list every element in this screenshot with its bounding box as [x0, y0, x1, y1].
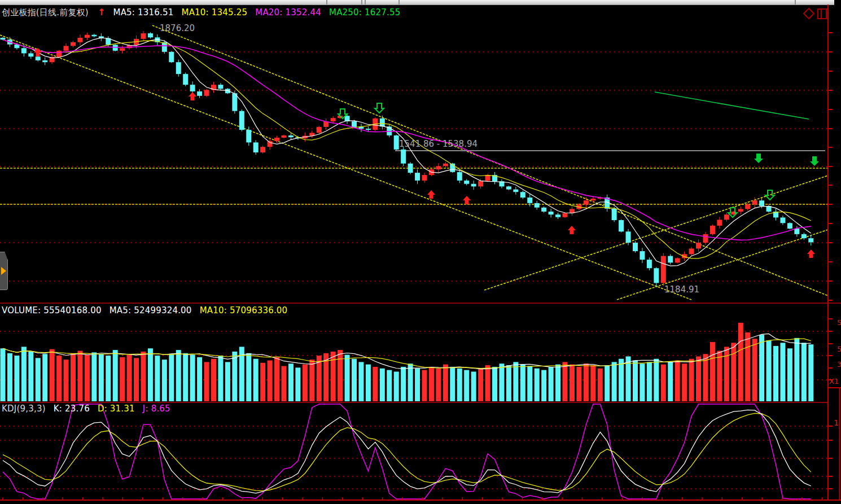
- candle: [260, 147, 265, 152]
- volume-bar: [197, 357, 202, 401]
- volume-bar: [50, 349, 55, 401]
- buy-arrow-icon: [189, 92, 196, 100]
- volume-bar: [56, 356, 62, 401]
- volume-ma5-value: MA5: 52499324.00: [109, 305, 192, 315]
- volume-bar: [415, 369, 420, 401]
- volume-bar: [113, 350, 118, 401]
- ma20-value: MA20: 1352.44: [255, 7, 321, 17]
- candle: [520, 192, 525, 198]
- volume-bar: [590, 365, 595, 401]
- sell-arrow-hollow-icon: [765, 190, 774, 200]
- candle: [555, 214, 560, 217]
- candle: [42, 60, 47, 62]
- volume-bar: [85, 355, 90, 401]
- candle: [56, 51, 62, 57]
- volume-bar: [134, 358, 139, 401]
- candle: [710, 226, 715, 234]
- diamond-tool-icon[interactable]: [804, 8, 814, 19]
- volume-bar: [647, 362, 652, 401]
- candle: [675, 258, 680, 262]
- peak-price-label: 1876.20: [160, 23, 195, 33]
- candle: [71, 42, 76, 46]
- volume-bar: [394, 371, 399, 401]
- volume-bar: [373, 367, 378, 401]
- volume-bar: [773, 346, 778, 401]
- volume-bar: [28, 352, 33, 401]
- volume-bar: [141, 352, 146, 401]
- sell-arrow-icon: [754, 154, 763, 163]
- low-price-label: 1184.91: [664, 284, 699, 295]
- candle: [703, 234, 708, 243]
- volume-bar: [492, 367, 497, 401]
- volume-bar: [808, 344, 813, 401]
- candle: [85, 35, 90, 38]
- candle: [352, 121, 357, 127]
- volume-bar: [408, 363, 413, 401]
- volume-bar: [190, 355, 195, 401]
- volume-bar: [64, 360, 69, 401]
- volume-bar: [457, 369, 462, 401]
- candle: [282, 135, 287, 138]
- buy-arrow-icon: [568, 226, 576, 234]
- volume-axis-label: 5: [837, 345, 841, 353]
- buy-arrow-icon: [427, 190, 435, 199]
- volume-bar: [106, 356, 111, 401]
- volume-bar: [77, 351, 82, 401]
- candle: [647, 260, 652, 268]
- volume-bar: [555, 365, 560, 401]
- volume-bar: [731, 343, 736, 401]
- volume-bar: [654, 359, 659, 401]
- volume-bar: [380, 369, 385, 401]
- candle: [113, 45, 118, 50]
- volume-bar: [42, 354, 47, 401]
- volume-bar: [274, 357, 279, 401]
- volume-bar: [485, 365, 490, 401]
- ma5-line: [3, 38, 811, 266]
- volume-bar: [225, 362, 230, 401]
- candle: [394, 135, 399, 150]
- ma10-value: MA10: 1345.25: [181, 7, 247, 17]
- volume-bar: [345, 355, 350, 401]
- kdj-label: KDJ(9,3,3): [2, 404, 46, 414]
- kdj-j-value: J: 8.65: [143, 404, 170, 414]
- volume-bar: [584, 363, 589, 401]
- volume-bar: [268, 361, 273, 401]
- volume-bar: [506, 365, 511, 401]
- volume-bar: [801, 343, 807, 401]
- symbol-title: 创业板指(日线.前复权): [2, 7, 89, 17]
- candle: [752, 200, 757, 204]
- buy-arrow-icon: [807, 249, 815, 258]
- volume-bar: [752, 339, 757, 401]
- volume-bar: [450, 367, 455, 401]
- chart-canvas[interactable]: [0, 0, 841, 504]
- candle: [780, 217, 785, 223]
- split-window-icon[interactable]: [818, 9, 826, 19]
- candle: [541, 208, 546, 212]
- candle: [197, 91, 202, 96]
- volume-bar: [366, 365, 371, 401]
- kdj-j-line: [3, 404, 811, 499]
- volume-bar: [7, 353, 12, 401]
- candle: [612, 209, 617, 220]
- candle: [478, 181, 483, 187]
- volume-bar: [527, 366, 532, 401]
- sidebar-expand-handle[interactable]: [0, 252, 8, 290]
- volume-bar: [155, 356, 160, 401]
- volume-bar: [246, 353, 251, 401]
- candle: [366, 129, 371, 130]
- candle: [317, 127, 322, 133]
- volume-bar: [148, 348, 153, 401]
- volume-bar: [204, 362, 209, 401]
- volume-bar: [282, 366, 287, 401]
- candle: [689, 248, 694, 254]
- candle: [794, 229, 799, 234]
- candle: [176, 62, 181, 74]
- volume-bar: [436, 369, 441, 401]
- corner-tools: [802, 7, 829, 21]
- ma5-value: MA5: 1316.51: [113, 7, 173, 17]
- candle: [738, 209, 743, 212]
- volume-bar: [682, 363, 687, 401]
- volume-bar: [661, 365, 666, 401]
- candle: [808, 238, 813, 242]
- candle: [268, 141, 273, 147]
